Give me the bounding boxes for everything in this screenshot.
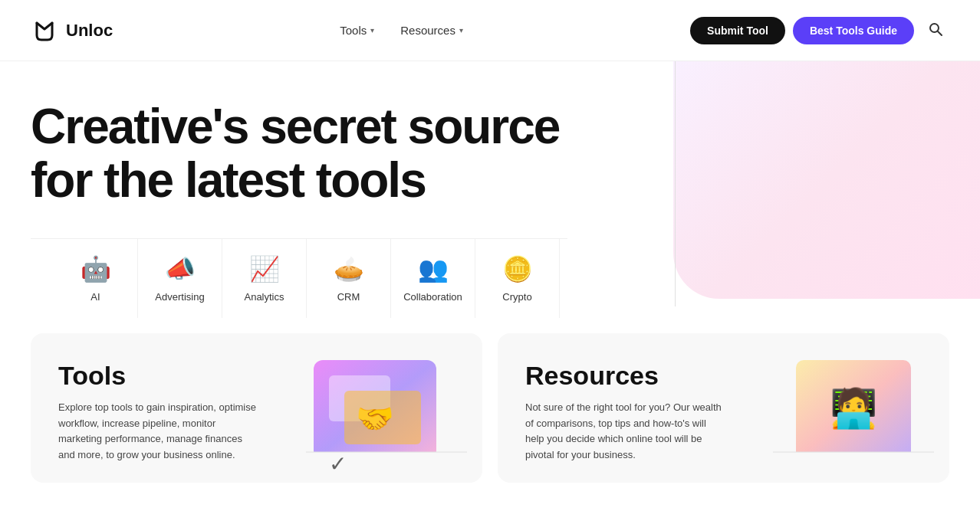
search-icon xyxy=(928,21,943,37)
logo-text: Unloc xyxy=(66,21,113,41)
hero-bg-decoration xyxy=(673,61,980,299)
crypto-icon: 🪙 xyxy=(502,254,533,283)
collaboration-icon: 👥 xyxy=(418,254,449,283)
category-crypto[interactable]: 🪙 Crypto xyxy=(475,239,560,318)
category-design[interactable]: ✏️ Design xyxy=(560,239,567,318)
nav-tools-label: Tools xyxy=(340,24,367,37)
resources-chevron-icon: ▾ xyxy=(459,26,463,34)
hero-title-line1: Creative's secret source xyxy=(31,99,559,154)
resources-card-description: Not sure of the right tool for you? Our … xyxy=(525,400,725,464)
svg-rect-10 xyxy=(773,452,934,483)
category-crm-label: CRM xyxy=(337,291,360,303)
svg-text:✓: ✓ xyxy=(329,452,347,476)
nav-resources[interactable]: Resources ▾ xyxy=(391,18,472,43)
hero-vertical-divider xyxy=(675,61,676,306)
logo-icon xyxy=(31,17,58,44)
category-ai-label: AI xyxy=(90,291,100,303)
category-advertising-label: Advertising xyxy=(155,291,204,303)
logo[interactable]: Unloc xyxy=(31,17,113,44)
hero-content: Creative's secret source for the latest … xyxy=(31,100,567,318)
category-crm[interactable]: 🥧 CRM xyxy=(307,239,391,318)
svg-text:🤝: 🤝 xyxy=(356,400,394,437)
tools-card: Tools Explore top tools to gain inspirat… xyxy=(31,333,482,483)
hero-section: Creative's secret source for the latest … xyxy=(0,61,980,333)
advertising-icon: 📣 xyxy=(165,254,196,283)
tools-card-description: Explore top tools to gain inspiration, o… xyxy=(58,400,258,464)
category-collaboration-label: Collaboration xyxy=(403,291,462,303)
category-advertising[interactable]: 📣 Advertising xyxy=(138,239,222,318)
search-button[interactable] xyxy=(922,15,949,45)
category-analytics[interactable]: 📈 Analytics xyxy=(222,239,307,318)
resources-illustration: 🧑‍💻 xyxy=(773,352,934,483)
nav-links: Tools ▾ Resources ▾ xyxy=(331,18,472,43)
category-ai[interactable]: 🤖 AI xyxy=(54,239,138,318)
nav-actions: Submit Tool Best Tools Guide xyxy=(690,15,949,45)
category-analytics-label: Analytics xyxy=(244,291,284,303)
category-collaboration[interactable]: 👥 Collaboration xyxy=(391,239,475,318)
cards-section: Tools Explore top tools to gain inspirat… xyxy=(0,333,980,483)
nav-resources-label: Resources xyxy=(400,24,455,37)
tools-chevron-icon: ▾ xyxy=(370,26,374,34)
ai-icon: 🤖 xyxy=(81,254,111,283)
tools-illustration: 🤝 ✓ xyxy=(306,352,467,483)
categories-row: 🤖 AI 📣 Advertising 📈 Analytics 🥧 CRM 👥 C… xyxy=(31,238,567,318)
svg-text:🧑‍💻: 🧑‍💻 xyxy=(830,385,878,431)
resources-card: Resources Not sure of the right tool for… xyxy=(498,333,949,483)
category-crypto-label: Crypto xyxy=(502,291,531,303)
hero-title: Creative's secret source for the latest … xyxy=(31,100,567,208)
hero-title-line2: for the latest tools xyxy=(31,152,426,208)
analytics-icon: 📈 xyxy=(249,254,280,283)
best-tools-guide-button[interactable]: Best Tools Guide xyxy=(793,17,914,44)
nav-tools[interactable]: Tools ▾ xyxy=(331,18,383,43)
crm-icon: 🥧 xyxy=(334,254,364,283)
submit-tool-button[interactable]: Submit Tool xyxy=(690,17,785,44)
